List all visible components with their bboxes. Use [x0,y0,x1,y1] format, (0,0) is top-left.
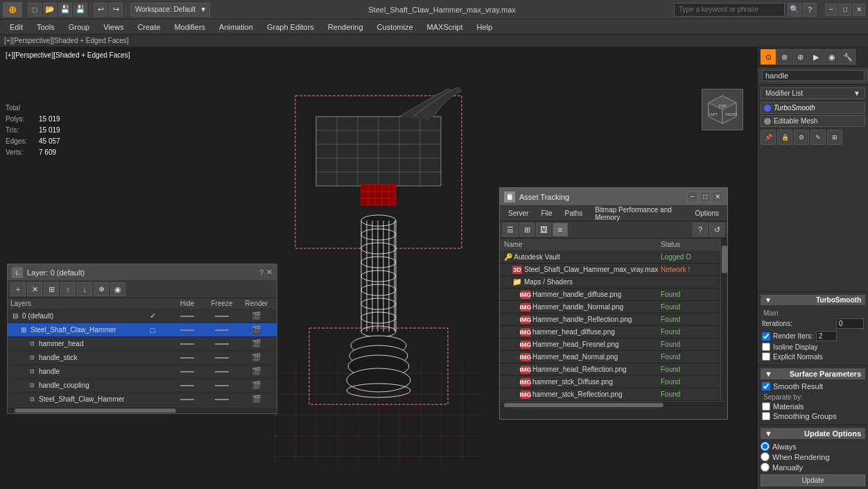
mod-icon2[interactable]: 🔒 [777,130,792,145]
asset-tb-thumb-btn[interactable]: 🖼 [536,223,551,237]
menu-create[interactable]: Create [130,19,167,35]
explicit-normals-checkbox[interactable] [762,352,770,361]
open-btn[interactable]: 📂 [43,3,57,17]
asset-tb-refresh-btn[interactable]: ↺ [709,223,724,237]
manually-radio[interactable] [761,463,770,472]
layer-row-coupling[interactable]: ⊡ handle_coupling 🎬 [8,379,277,393]
rpanel-motion-icon[interactable]: ▶ [808,49,824,65]
update-button[interactable]: Update [761,474,865,486]
asset-row-maxfile[interactable]: 3D Steel_Shaft_Claw_Hammer_max_vray.max … [500,264,720,276]
asset-menu-paths[interactable]: Paths [559,209,589,218]
mod-icon4[interactable]: ✎ [810,130,826,145]
layers-render-btn[interactable]: ◉ [110,282,125,296]
asset-row-img6[interactable]: IMG Hammer_head_Normal.png Found [500,351,720,363]
menu-rendering[interactable]: Rendering [321,19,370,35]
menu-help[interactable]: Help [470,19,500,35]
modifier-turbosmooth[interactable]: TurboSmooth [761,102,865,114]
layer-row-handle-stick[interactable]: ⊡ handle_stick 🎬 [8,351,277,365]
ts-collapse-icon[interactable]: ▼ [765,296,772,304]
new-btn[interactable]: □ [28,3,42,17]
modifier-editable-mesh[interactable]: Editable Mesh [761,115,865,127]
minimize-btn[interactable]: − [825,3,837,16]
layers-hide-btn[interactable]: ↓ [77,282,92,296]
mod-icon5[interactable]: ⊞ [827,130,842,145]
modifier-list-dropdown[interactable]: Modifier List ▼ [761,87,865,99]
layers-new-btn[interactable]: + [10,282,26,296]
menu-modifiers[interactable]: Modifiers [167,19,212,35]
menu-group[interactable]: Group [62,19,97,35]
redo-btn[interactable]: ↪ [109,3,123,17]
search-input[interactable] [674,3,785,17]
render-iters-input[interactable] [816,331,837,341]
mod-icon1[interactable]: 📌 [761,130,776,145]
menu-tools[interactable]: Tools [30,19,62,35]
asset-row-img2[interactable]: IMG Hammer_handle_Normal.png Found [500,301,720,314]
asset-menu-bitmap[interactable]: Bitmap Performance and Memory [589,205,688,222]
asset-row-img4[interactable]: IMG hammer_head_diffuse.png Found [500,326,720,338]
update-collapse-icon[interactable]: ▼ [765,429,772,438]
when-rendering-radio[interactable] [761,452,770,461]
asset-row-maps[interactable]: 📁 Maps / Shaders [500,276,720,289]
layer-row-0[interactable]: ⊟ 0 (default) ✓ 🎬 [8,309,277,323]
rpanel-modify-icon[interactable]: ⊗ [776,49,792,65]
asset-row-img7[interactable]: IMG Hammer_head_Reflection.png Found [500,363,720,376]
layers-select-btn[interactable]: ↑ [60,282,76,296]
asset-menu-options[interactable]: Options [690,209,724,218]
asset-row-vault[interactable]: 🔑 Autodesk Vault Logged O [500,251,720,264]
menu-views[interactable]: Views [96,19,130,35]
rpanel-utilities-icon[interactable]: 🔧 [840,49,856,65]
asset-hscroll[interactable] [500,401,727,408]
save-btn[interactable]: 💾 [58,3,72,17]
render-iters-checkbox[interactable] [762,332,770,341]
layers-scrollbar[interactable] [8,406,277,413]
surface-collapse-icon[interactable]: ▼ [765,370,772,378]
layers-add-btn[interactable]: ⊞ [44,282,59,296]
layer-row-1[interactable]: ⊞ Steel_Shaft_Claw_Hammer □ 🎬 [8,323,277,337]
asset-tb-list-btn[interactable]: ☰ [503,223,518,237]
menu-edit[interactable]: Edit [3,19,30,35]
menu-animation[interactable]: Animation [212,19,260,35]
object-name-input[interactable] [762,70,865,81]
rpanel-hierarchy-icon[interactable]: ⊕ [792,49,808,65]
iterations-input[interactable] [836,318,864,329]
asset-maximize-btn[interactable]: □ [700,191,711,203]
menu-graph-editors[interactable]: Graph Editors [260,19,321,35]
asset-vscroll[interactable] [720,239,727,401]
asset-tb-help-btn[interactable]: ? [693,223,708,237]
save-as-btn[interactable]: 💾 [73,3,87,17]
viewport-cube[interactable]: TOP LEFT FRONT [702,89,743,130]
asset-tb-detail-btn[interactable]: ≡ [553,223,568,237]
asset-row-img3[interactable]: IMG Hammer_handle_Reflection.png Found [500,314,720,326]
layers-help-btn[interactable]: ? [259,268,263,277]
layer-row-hammer-head[interactable]: ⊡ hammer_head 🎬 [8,337,277,351]
layers-delete-btn[interactable]: ✕ [27,282,42,296]
mod-icon3[interactable]: ⚙ [794,130,809,145]
workspace-dropdown[interactable]: Workspace: Default ▼ [130,3,210,17]
search-btn[interactable]: 🔍 [788,3,801,17]
materials-checkbox[interactable] [762,402,770,411]
asset-hscroll-thumb[interactable] [504,403,663,407]
layer-row-handle[interactable]: ⊡ handle 🎬 [8,365,277,379]
asset-close-btn[interactable]: ✕ [712,191,723,203]
asset-row-img9[interactable]: IMG hammer_stck_Reflection.png Found [500,388,720,401]
rpanel-display2-icon[interactable]: ◉ [824,49,840,65]
asset-menu-server[interactable]: Server [503,209,534,218]
isoline-checkbox[interactable] [762,343,770,351]
layer-row-steel-shaft[interactable]: ⊡ Steel_Shaft_Claw_Hammer 🎬 [8,393,277,406]
close-btn[interactable]: ✕ [853,3,865,16]
layers-scrollbar-thumb[interactable] [15,409,176,413]
asset-row-img5[interactable]: IMG Hammer_head_Fresnel.png Found [500,338,720,351]
undo-btn[interactable]: ↩ [94,3,107,17]
rpanel-display-icon[interactable]: ⊙ [761,49,776,65]
asset-menu-file[interactable]: File [535,209,557,218]
menu-customize[interactable]: Customize [370,19,420,35]
always-radio[interactable] [761,442,770,451]
smooth-result-checkbox[interactable] [762,382,770,391]
help-btn[interactable]: ? [803,3,817,17]
layers-close-btn[interactable]: ✕ [266,268,272,277]
smoothing-groups-checkbox[interactable] [762,412,770,420]
menu-maxscript[interactable]: MAXScript [420,19,470,35]
asset-tb-grid-btn[interactable]: ⊞ [519,223,535,237]
asset-minimize-btn[interactable]: − [687,191,698,203]
maximize-btn[interactable]: □ [839,3,851,16]
